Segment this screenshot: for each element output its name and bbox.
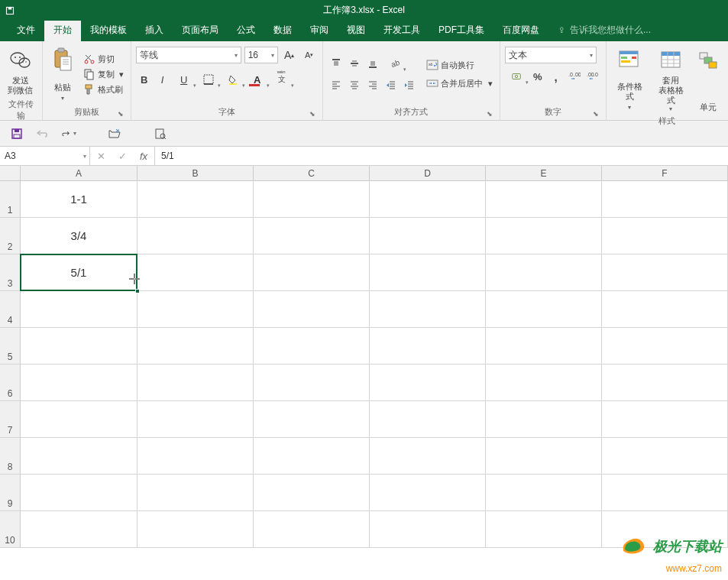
- number-format-combo[interactable]: 文本▾: [505, 47, 597, 63]
- row-header-2[interactable]: 2: [0, 218, 21, 254]
- paste-button[interactable]: 粘贴▾: [47, 44, 78, 105]
- qat-open-button[interactable]: [107, 126, 122, 141]
- cell-D7[interactable]: [370, 401, 486, 438]
- cell-F1[interactable]: [602, 181, 728, 218]
- cell-B6[interactable]: [138, 365, 254, 401]
- decrease-font-button[interactable]: A▾: [301, 47, 318, 63]
- cell-A4[interactable]: [21, 291, 138, 328]
- cell-E1[interactable]: [486, 181, 602, 218]
- cell-B3[interactable]: [138, 254, 254, 291]
- cell-D1[interactable]: [370, 181, 486, 218]
- cell-C9[interactable]: [254, 475, 370, 511]
- cell-C7[interactable]: [254, 401, 370, 438]
- font-launcher-icon[interactable]: ⬊: [309, 110, 316, 118]
- qat-print-preview-button[interactable]: [153, 126, 168, 141]
- cell-E8[interactable]: [486, 438, 602, 475]
- col-header-F[interactable]: F: [602, 166, 728, 181]
- align-left-button[interactable]: [328, 76, 345, 93]
- accounting-format-button[interactable]: ▾: [505, 68, 528, 85]
- cell-styles-button[interactable]: 单元: [693, 44, 723, 114]
- cell-C10[interactable]: [254, 511, 370, 548]
- cell-D3[interactable]: [370, 254, 486, 291]
- row-header-4[interactable]: 4: [0, 291, 21, 328]
- bold-button[interactable]: B: [136, 71, 153, 88]
- tab-developer[interactable]: 开发工具: [374, 20, 429, 41]
- merge-center-button[interactable]: 合并后居中▾: [424, 76, 495, 90]
- decrease-decimal-button[interactable]: .00.0: [584, 68, 601, 85]
- tab-review[interactable]: 审阅: [301, 20, 338, 41]
- tell-me-search[interactable]: 告诉我您想做什么...: [558, 24, 651, 41]
- align-center-button[interactable]: [346, 76, 363, 93]
- cell-D10[interactable]: [370, 511, 486, 548]
- align-right-button[interactable]: [364, 76, 381, 93]
- row-header-10[interactable]: 10: [0, 511, 21, 548]
- row-header-7[interactable]: 7: [0, 401, 21, 438]
- align-top-button[interactable]: [328, 55, 345, 72]
- font-size-combo[interactable]: 16▾: [244, 47, 278, 63]
- increase-indent-button[interactable]: [401, 76, 418, 93]
- cell-D6[interactable]: [370, 365, 486, 401]
- cell-A7[interactable]: [21, 401, 138, 438]
- qat-save-button[interactable]: [9, 126, 24, 141]
- cell-F4[interactable]: [602, 291, 728, 328]
- col-header-E[interactable]: E: [486, 166, 602, 181]
- cell-E4[interactable]: [486, 291, 602, 328]
- cell-A9[interactable]: [21, 475, 138, 511]
- format-as-table-button[interactable]: 套用 表格格式 ▾: [652, 44, 690, 114]
- send-to-wechat-button[interactable]: 发送 到微信: [5, 44, 36, 97]
- cell-A3[interactable]: 5/1: [21, 254, 138, 291]
- cell-E9[interactable]: [486, 475, 602, 511]
- tab-pdf-tools[interactable]: PDF工具集: [429, 20, 493, 41]
- cell-C6[interactable]: [254, 365, 370, 401]
- cell-F9[interactable]: [602, 475, 728, 511]
- cell-A10[interactable]: [21, 511, 138, 548]
- cell-B1[interactable]: [138, 181, 254, 218]
- cell-C2[interactable]: [254, 218, 370, 254]
- insert-function-button[interactable]: fx: [133, 151, 154, 162]
- cell-C3[interactable]: [254, 254, 370, 291]
- row-header-9[interactable]: 9: [0, 475, 21, 511]
- percent-button[interactable]: %: [529, 68, 546, 85]
- cell-D9[interactable]: [370, 475, 486, 511]
- tab-formulas[interactable]: 公式: [228, 20, 264, 41]
- fill-handle[interactable]: [135, 289, 140, 293]
- clipboard-launcher-icon[interactable]: ⬊: [117, 110, 125, 118]
- cell-C5[interactable]: [254, 328, 370, 365]
- cell-E3[interactable]: [486, 254, 602, 291]
- tab-baidu-disk[interactable]: 百度网盘: [493, 20, 548, 41]
- tab-file[interactable]: 文件: [8, 20, 44, 41]
- wrap-text-button[interactable]: ab 自动换行: [424, 58, 495, 72]
- enter-formula-button[interactable]: ✓: [112, 151, 133, 162]
- underline-button[interactable]: U▾: [173, 71, 196, 88]
- col-header-B[interactable]: B: [138, 166, 254, 181]
- tab-view[interactable]: 视图: [338, 20, 374, 41]
- name-box[interactable]: A3 ▾: [0, 147, 90, 165]
- qat-undo-button[interactable]: [35, 126, 50, 141]
- cell-B10[interactable]: [138, 511, 254, 548]
- cells-area[interactable]: 1-1 3/4 5/1: [21, 181, 728, 548]
- tab-home[interactable]: 开始: [44, 20, 81, 41]
- number-launcher-icon[interactable]: ⬊: [592, 110, 600, 118]
- cell-B8[interactable]: [138, 438, 254, 475]
- cell-F7[interactable]: [602, 401, 728, 438]
- qat-redo-button[interactable]: ▾: [61, 126, 76, 141]
- cell-E6[interactable]: [486, 365, 602, 401]
- cell-E7[interactable]: [486, 401, 602, 438]
- copy-button[interactable]: 复制▾: [81, 67, 126, 81]
- cell-C4[interactable]: [254, 291, 370, 328]
- format-painter-button[interactable]: 格式刷: [81, 83, 126, 96]
- border-button[interactable]: ▾: [197, 71, 220, 88]
- select-all-corner[interactable]: [0, 166, 21, 181]
- cell-A1[interactable]: 1-1: [21, 181, 138, 218]
- cell-B2[interactable]: [138, 218, 254, 254]
- cell-E5[interactable]: [486, 328, 602, 365]
- row-header-8[interactable]: 8: [0, 438, 21, 475]
- tab-data[interactable]: 数据: [264, 20, 301, 41]
- font-name-combo[interactable]: 等线▾: [136, 47, 241, 63]
- orientation-button[interactable]: ab▾: [383, 55, 406, 72]
- tab-my-templates[interactable]: 我的模板: [81, 20, 136, 41]
- italic-button[interactable]: I: [154, 71, 171, 88]
- alignment-launcher-icon[interactable]: ⬊: [486, 110, 493, 118]
- quick-save-icon[interactable]: [5, 5, 15, 16]
- col-header-C[interactable]: C: [254, 166, 370, 181]
